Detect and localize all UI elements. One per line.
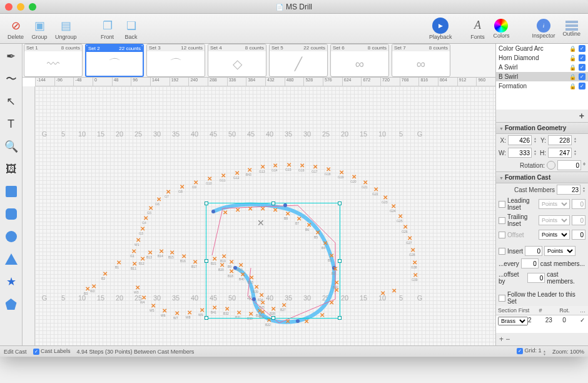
cast-marker[interactable]: ✕G3 <box>140 225 145 232</box>
group-button[interactable]: ▣Group <box>29 16 50 41</box>
cast-marker[interactable]: ✕G9 <box>193 179 198 186</box>
stepper-icon[interactable]: ▲▼ <box>574 137 577 143</box>
cast-table-row[interactable]: Brass 2 23 0 ✓ <box>496 315 588 327</box>
selection-handle[interactable] <box>205 202 208 205</box>
cast-marker[interactable]: ✕B2 <box>103 270 108 277</box>
cast-marker[interactable]: ✕B16 <box>181 253 186 260</box>
selection-handle[interactable] <box>338 259 342 263</box>
close-icon[interactable] <box>5 3 13 11</box>
cast-marker[interactable]: ✕G14 <box>273 162 278 169</box>
cast-marker[interactable]: ✕W1 <box>136 237 141 243</box>
cast-marker[interactable]: ✕G8 <box>180 183 185 190</box>
zoom-tool[interactable]: 🔍 <box>3 138 20 155</box>
selection-handle[interactable] <box>205 259 208 263</box>
cast-marker[interactable]: ✕B3 <box>85 285 90 292</box>
curve-tool[interactable]: 〜 <box>3 70 20 88</box>
leading-unit[interactable]: Points <box>539 199 570 209</box>
cast-marker[interactable]: ✕B17 <box>193 258 198 265</box>
h-field[interactable] <box>548 148 572 158</box>
zoom-icon[interactable] <box>29 3 36 11</box>
cast-marker[interactable]: ✕G7 <box>166 188 171 195</box>
cast-marker[interactable]: ✕G16 <box>300 162 305 169</box>
cast-marker[interactable]: ✕B15 <box>170 249 175 256</box>
cast-marker[interactable]: ✕W5 <box>151 302 156 309</box>
set-thumb[interactable]: Set 18 counts〰 <box>24 44 83 77</box>
minimize-icon[interactable] <box>17 3 24 11</box>
set-thumb[interactable]: Set 222 counts⌒ <box>85 44 144 77</box>
circle-tool[interactable] <box>3 228 20 245</box>
stepper-icon[interactable]: ▲▼ <box>534 150 537 156</box>
cast-marker[interactable]: ✕G22 <box>373 186 378 193</box>
selection-handle[interactable] <box>271 202 275 205</box>
cast-marker[interactable]: ✕W4 <box>141 294 146 301</box>
set-thumb[interactable]: Set 68 counts∞ <box>330 44 389 77</box>
cast-marker[interactable]: ✕G26 <box>403 223 408 230</box>
section-select[interactable]: Brass <box>498 317 528 325</box>
cast-marker[interactable]: ✕G25 <box>398 213 403 220</box>
insert-unit[interactable]: Points <box>544 246 575 256</box>
cast-marker[interactable]: ✕G17 <box>313 163 318 170</box>
stepper-icon[interactable]: ▲▼ <box>543 350 546 356</box>
cast-marker[interactable]: ✕ <box>304 318 309 325</box>
edit-cast-button[interactable]: Edit Cast <box>4 349 27 355</box>
cast-marker[interactable]: ✕B1 <box>116 259 121 266</box>
cast-marker[interactable]: ✕G4 <box>143 215 148 222</box>
add-formation-button[interactable]: + <box>496 110 588 122</box>
rotation-dial-icon[interactable] <box>547 161 555 170</box>
add-row-button[interactable]: + <box>499 335 504 344</box>
x-field[interactable] <box>508 135 532 145</box>
formation-row[interactable]: B Swirl🔒✓ <box>496 72 588 81</box>
set-thumb[interactable]: Set 522 counts╱ <box>269 44 328 77</box>
inspector-button[interactable]: iInspector <box>529 18 557 40</box>
trailing-unit[interactable]: Points <box>539 215 570 225</box>
set-thumb[interactable]: Set 78 counts∞ <box>392 44 450 77</box>
cast-marker[interactable]: ✕W7 <box>175 310 180 317</box>
cast-marker[interactable]: ✕ <box>380 290 385 297</box>
selection-box[interactable] <box>206 203 340 319</box>
cast-marker[interactable]: ✕W9 <box>200 307 205 314</box>
outline-button[interactable]: Outline <box>560 19 583 38</box>
formation-row[interactable]: A Swirl🔒✓ <box>496 63 588 72</box>
cast-marker[interactable]: ✕ <box>392 287 397 294</box>
rounded-tool[interactable] <box>3 205 20 223</box>
zoom-display[interactable]: Zoom: 100% <box>552 349 584 355</box>
formation-row[interactable]: Horn Diamond🔓✓ <box>496 53 588 63</box>
cast-marker[interactable]: ✕W8 <box>187 309 192 316</box>
trailing-checkbox[interactable] <box>499 217 505 224</box>
cast-marker[interactable]: ✕G10 <box>207 175 212 182</box>
text-tool[interactable]: T <box>3 115 20 133</box>
w-field[interactable] <box>508 148 532 158</box>
cast-marker[interactable]: ✕ <box>285 318 290 325</box>
set-thumb[interactable]: Set 312 counts⌒ <box>146 44 205 77</box>
cast-marker[interactable]: ✕G1 <box>131 248 136 255</box>
follow-checkbox[interactable] <box>499 295 505 302</box>
cast-labels-checkbox[interactable]: ✓ <box>33 349 39 355</box>
rotation-field[interactable] <box>557 160 581 170</box>
selection-handle[interactable] <box>338 316 342 320</box>
arrow-tool[interactable]: ↖ <box>3 93 20 110</box>
cast-marker[interactable]: ✕G15 <box>286 161 291 168</box>
cast-header[interactable]: Formation Cast <box>496 171 588 183</box>
cast-marker[interactable]: ✕W2 <box>91 283 96 290</box>
cast-marker[interactable]: ✕G18 <box>326 166 331 173</box>
star-tool[interactable]: ★ <box>3 273 20 290</box>
colors-button[interactable]: Colors <box>490 18 512 40</box>
selection-handle[interactable] <box>271 316 275 320</box>
y-field[interactable] <box>548 135 572 145</box>
formation-row[interactable]: Formation🔒✓ <box>496 81 588 91</box>
cast-marker[interactable]: ✕B43 <box>247 166 252 173</box>
leading-checkbox[interactable] <box>499 201 505 208</box>
cast-marker[interactable]: ✕G6 <box>156 196 161 203</box>
cast-marker[interactable]: ✕G21 <box>363 179 368 186</box>
stepper-icon[interactable]: ▲▼ <box>574 150 577 156</box>
cast-marker[interactable]: ✕G5 <box>148 205 153 212</box>
pen-tool[interactable]: ✒ <box>3 48 20 65</box>
stepper-icon[interactable]: ▲▼ <box>534 137 537 143</box>
playback-button[interactable]: ▶Playback <box>427 16 455 41</box>
cast-marker[interactable]: ✕G28 <box>410 247 415 253</box>
selection-handle[interactable] <box>205 316 208 320</box>
geometry-header[interactable]: Formation Geometry <box>496 122 588 134</box>
drill-canvas[interactable]: G510152025303540455045403530252015105G G… <box>35 86 495 345</box>
cast-marker[interactable]: ✕G24 <box>391 203 396 210</box>
set-thumb[interactable]: Set 48 counts◇ <box>208 44 266 77</box>
